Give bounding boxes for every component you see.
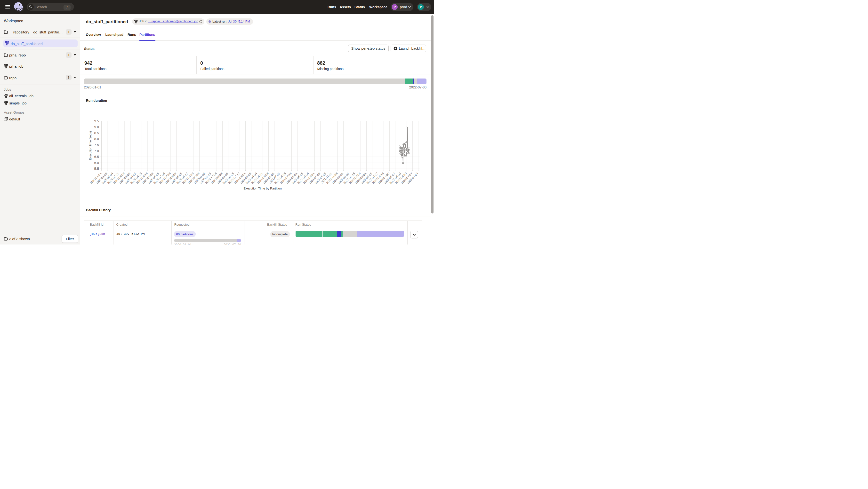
svg-text:6.5: 6.5 [94,155,99,159]
svg-text:5.5: 5.5 [94,167,99,171]
svg-text:Execution time (secs): Execution time (secs) [89,131,92,160]
svg-text:9.5: 9.5 [94,119,99,123]
svg-text:7.5: 7.5 [94,143,99,147]
svg-text:8.5: 8.5 [94,131,99,135]
svg-text:9.0: 9.0 [94,125,99,129]
svg-text:6.0: 6.0 [94,161,99,165]
svg-text:8.0: 8.0 [94,137,99,141]
svg-text:7.0: 7.0 [94,149,99,153]
